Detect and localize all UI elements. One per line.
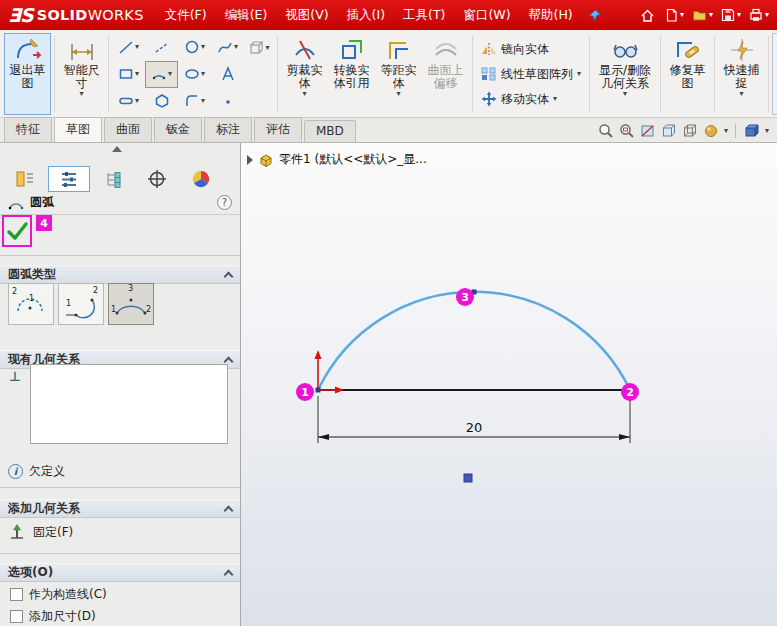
centerpoint-arc-button[interactable]: 1 2 [8,283,54,325]
tab-evaluate[interactable]: 评估 [254,117,302,142]
tab-mbd[interactable]: MBD [304,120,356,142]
polygon-tool-button[interactable] [145,88,178,115]
help-icon[interactable]: ? [217,195,232,210]
zoom-area-button[interactable] [619,123,635,139]
menu-tools[interactable]: 工具(T) [394,0,454,30]
linear-sketch-pattern-button[interactable]: 线性草图阵列 ▾ [478,62,584,86]
slot-tool-button[interactable]: ▾ [112,88,145,115]
menu-view[interactable]: 视图(V) [276,0,337,30]
circle-tool-button[interactable]: ▾ [178,34,211,61]
dropdown-icon[interactable]: ▾ [201,97,205,105]
pin-menu-icon[interactable] [584,8,606,23]
tab-features[interactable]: 特征 [4,117,52,142]
dropdown-icon[interactable]: ▾ [553,95,557,103]
property-manager-tab[interactable] [48,166,90,192]
arc-tool-button[interactable]: ▾ [145,61,178,88]
dropdown-icon[interactable]: ▾ [135,43,139,51]
graphics-viewport[interactable]: 零件1 (默认<<默认>_显... 20 [241,143,777,626]
spline-tool-button[interactable]: ▾ [211,34,244,61]
move-entities-button[interactable]: 移动实体 ▾ [478,87,584,111]
point-tool-button[interactable] [211,88,244,115]
dropdown-icon[interactable]: ▾ [577,70,581,78]
ok-check-icon[interactable] [5,219,29,243]
appearance-button[interactable] [703,123,719,139]
dropdown-icon[interactable]: ▾ [709,11,713,19]
view-orientation-button[interactable] [661,123,677,139]
dimxpert-manager-tab[interactable] [136,166,178,192]
quick-snaps-button[interactable]: 快速捕捉 ▾ [718,33,765,115]
surface-offset-button[interactable]: 曲面上偏移 [422,33,469,115]
dropdown-icon[interactable]: ▾ [234,43,238,51]
open-button[interactable]: ▾ [689,5,715,25]
dropdown-icon[interactable]: ▾ [201,70,205,78]
offset-entities-button[interactable]: 等距实体 ▾ [375,33,422,115]
dropdown-icon[interactable]: ▾ [680,11,684,19]
dropdown-icon[interactable]: ▾ [135,97,139,105]
fix-relation-button[interactable]: 固定(F) [8,523,73,541]
menu-help[interactable]: 帮助(H) [520,0,582,30]
repair-sketch-button[interactable]: 修复草图 [664,33,711,115]
dropdown-icon[interactable]: ▾ [737,11,741,19]
sketch-point-handle[interactable] [464,474,472,482]
tab-markup[interactable]: 标注 [204,117,252,142]
display-delete-relations-button[interactable]: 显示/删除几何关系 ▾ [593,33,657,115]
zoom-fit-button[interactable] [598,123,614,139]
arc-type-section-header[interactable]: 圆弧类型 [0,265,240,284]
exit-sketch-button[interactable]: 退出草图 [4,33,51,115]
sketch-canvas[interactable]: 20 [241,143,777,626]
part-name[interactable]: 零件1 (默认<<默认>_显... [279,151,427,168]
dropdown-icon[interactable]: ▾ [79,90,83,98]
dropdown-icon[interactable]: ▾ [740,90,744,98]
feature-manager-tab[interactable] [4,166,46,192]
panel-collapse-icon[interactable] [112,146,122,152]
print-button[interactable]: ▾ [746,5,771,25]
new-document-button[interactable]: ▾ [661,5,686,25]
add-relations-section-header[interactable]: 添加几何关系 [0,499,240,518]
hud-dropdown-icon[interactable]: ▾ [765,127,769,135]
arc-start-vertex[interactable] [316,388,321,393]
save-button[interactable]: ▾ [718,5,743,25]
trim-entities-button[interactable]: 剪裁实体 ▾ [281,33,328,115]
configuration-manager-tab[interactable] [92,166,134,192]
menu-file[interactable]: 文件(F) [156,0,216,30]
mirror-entities-button[interactable]: 镜向实体 [478,37,584,61]
tab-sketch[interactable]: 草图 [54,117,102,142]
menu-insert[interactable]: 插入(I) [338,0,394,30]
convert-entities-button[interactable]: 转换实体引用 [328,33,375,115]
dropdown-icon[interactable]: ▾ [201,43,205,51]
dimension-value[interactable]: 20 [466,420,483,435]
view-cube-button[interactable] [743,123,760,139]
line-tool-button[interactable]: ▾ [112,34,145,61]
smart-dimension-button[interactable]: 智能尺寸 ▾ [58,33,105,115]
magnified-selection-button[interactable] [772,33,777,115]
home-button[interactable] [637,5,658,25]
dropdown-icon[interactable]: ▾ [623,90,627,98]
hud-dropdown-icon[interactable]: ▾ [724,127,728,135]
sketch-arc[interactable] [318,292,630,390]
three-point-arc-button[interactable]: 1 2 3 [108,283,154,325]
tab-sheet-metal[interactable]: 钣金 [154,117,202,142]
options-section-header[interactable]: 选项(O) [0,563,240,582]
menu-window[interactable]: 窗口(W) [454,0,519,30]
section-view-button[interactable] [640,123,656,139]
display-style-button[interactable] [682,123,698,139]
tab-surfaces[interactable]: 曲面 [104,117,152,142]
dropdown-icon[interactable]: ▾ [765,11,769,19]
add-dimension-checkbox[interactable] [10,610,23,623]
centerline-tool-button[interactable] [145,34,178,61]
3d-sketch-button[interactable]: ▾ [244,39,274,57]
tangent-arc-button[interactable]: 1 2 [58,283,104,325]
rectangle-tool-button[interactable]: ▾ [112,61,145,88]
dropdown-icon[interactable]: ▾ [265,44,269,52]
text-tool-button[interactable] [211,61,244,88]
dropdown-icon[interactable]: ▾ [168,70,172,78]
fillet-tool-button[interactable]: ▾ [178,88,211,115]
dropdown-icon[interactable]: ▾ [302,90,306,98]
relations-listbox[interactable] [30,364,228,444]
ellipse-tool-button[interactable]: ▾ [178,61,211,88]
flyout-tree-expander-icon[interactable] [247,155,253,165]
menu-edit[interactable]: 编辑(E) [216,0,277,30]
construction-line-checkbox[interactable] [10,588,23,601]
dropdown-icon[interactable]: ▾ [396,90,400,98]
dropdown-icon[interactable]: ▾ [135,70,139,78]
